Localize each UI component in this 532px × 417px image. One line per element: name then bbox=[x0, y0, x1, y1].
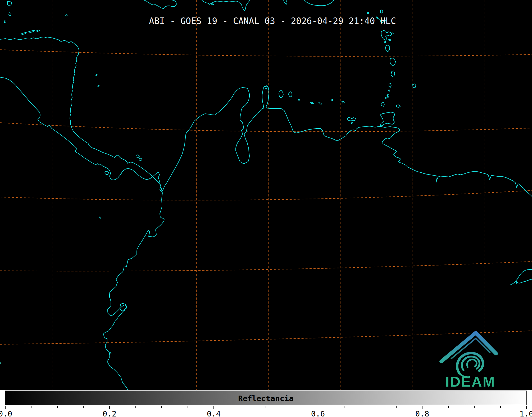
colorbar-axis bbox=[5, 406, 526, 409]
graticule-grid bbox=[0, 0, 532, 390]
page-title: ABI - GOES 19 - CANAL 03 - 2026-04-29 21… bbox=[149, 16, 396, 26]
colorbar-tick-label-1: 0.2 bbox=[103, 409, 116, 417]
colorbar-tick-label-4: 0.8 bbox=[415, 409, 429, 417]
logo-text: IDEAM bbox=[445, 374, 495, 389]
colorbar-tick-label-0: 0.0 bbox=[0, 409, 12, 417]
colorbar-tick-label-2: 0.4 bbox=[207, 409, 221, 417]
colorbar-tick-label-5: 1.0 bbox=[520, 409, 532, 417]
colorbar-tick-label-3: 0.6 bbox=[311, 409, 325, 417]
satellite-product-page: IDEAM ABI - GOES 19 - CANAL 03 - 2026-04… bbox=[0, 0, 532, 417]
ideam-logo: IDEAM bbox=[0, 333, 496, 389]
map-overlay: IDEAM bbox=[0, 0, 532, 417]
coastlines bbox=[0, 0, 532, 390]
colorbar-label: Reflectancia bbox=[238, 394, 294, 403]
